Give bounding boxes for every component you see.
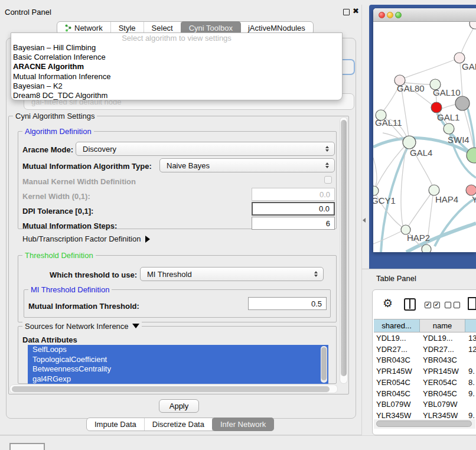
dropdown-hint: Select algorithm to view settings bbox=[11, 33, 342, 43]
node-label: HAP4 bbox=[435, 194, 458, 204]
table-cell: YBL079W bbox=[423, 399, 458, 410]
tab-impute-data[interactable]: Impute Data bbox=[87, 418, 145, 431]
network-node[interactable] bbox=[455, 96, 470, 110]
table-cell: 8. bbox=[468, 377, 475, 388]
mac-minimize-icon[interactable] bbox=[387, 12, 393, 18]
network-node[interactable] bbox=[470, 22, 476, 29]
mac-zoom-icon[interactable] bbox=[395, 12, 402, 18]
attribute-item-topologicalcoefficient[interactable]: TopologicalCoefficient bbox=[28, 355, 328, 365]
column-header-2[interactable] bbox=[465, 319, 476, 332]
settings-horizontal-scrollbar[interactable] bbox=[9, 384, 338, 393]
table-row[interactable]: YDR27...YDR27...12 bbox=[374, 344, 476, 355]
gear-icon[interactable]: ⚙ bbox=[383, 296, 393, 310]
table-cell: 12 bbox=[468, 344, 476, 355]
table-cell: YDL19... bbox=[376, 332, 406, 344]
table-cell: 9. bbox=[468, 388, 475, 399]
dpi-tolerance-field[interactable]: 0.0 bbox=[252, 202, 335, 216]
collapsed-arrow-icon bbox=[145, 236, 150, 243]
table-cell: YPR145W bbox=[376, 366, 412, 377]
table-cell: YBR045C bbox=[376, 388, 410, 399]
network-node-gcy1[interactable] bbox=[373, 186, 379, 195]
algorithm-option-mutual-information-inference[interactable]: Mutual Information Inference bbox=[11, 72, 342, 81]
algorithm-option-dream8-dc-tdc-algorithm[interactable]: Dream8 DC_TDC Algorithm bbox=[11, 91, 342, 100]
table-cell: 13 bbox=[468, 332, 476, 344]
attributes-list-scrollbar[interactable] bbox=[321, 346, 327, 383]
tab-discretize-data[interactable]: Discretize Data bbox=[145, 418, 213, 431]
panel-bottom-divider bbox=[0, 435, 476, 436]
apply-button[interactable]: Apply bbox=[159, 399, 199, 413]
table-row[interactable]: YER054CYER054C8. bbox=[374, 377, 476, 388]
table-row[interactable]: YDL19...YDL19...13 bbox=[374, 332, 476, 344]
screen: Control Panel ✖ NetworkStyleSelectCyni T… bbox=[0, 0, 476, 450]
node-label: GAL10 bbox=[433, 87, 461, 97]
network-node-gal4[interactable] bbox=[403, 136, 416, 149]
aracne-mode-combo[interactable]: Discovery bbox=[76, 142, 335, 156]
network-canvas[interactable]: GALGAL80GAL10GAL1GAL11SWI4GAL4GCY1HAP4YH… bbox=[373, 22, 476, 252]
table-body: YDL19...YDL19...13YDR27...YDR27...12YBR0… bbox=[374, 332, 476, 420]
table-cell: YBL079W bbox=[376, 399, 411, 410]
table-row[interactable]: YBR045CYBR045C9. bbox=[374, 388, 476, 399]
table-cell: YBR043C bbox=[423, 354, 457, 366]
aracne-mode-label: Aracne Mode: bbox=[22, 145, 73, 154]
mi-algorithm-type-combo[interactable]: Naive Bayes bbox=[159, 158, 335, 172]
algorithm-option-bayesian-k2[interactable]: Bayesian – K2 bbox=[11, 81, 342, 91]
manual-kernel-label: Manual Kernel Width Definition bbox=[22, 177, 136, 186]
control-panel-window: Control Panel ✖ NetworkStyleSelectCyni T… bbox=[0, 5, 362, 435]
table-cell: YBR043C bbox=[376, 354, 410, 366]
deselect-checks-icon[interactable] bbox=[445, 302, 460, 308]
mi-steps-field[interactable]: 6 bbox=[252, 217, 335, 230]
algorithm-option-aracne-algorithm[interactable]: ARACNE Algorithm bbox=[11, 62, 342, 71]
table-row[interactable]: YBL079WYBL079W bbox=[374, 399, 476, 410]
table-cell: YBR045C bbox=[423, 388, 457, 399]
select-all-checks-icon[interactable]: ✔✔ bbox=[425, 302, 440, 308]
threshold-definition-legend: Threshold Definition bbox=[22, 251, 96, 260]
network-node-swi4[interactable] bbox=[444, 123, 454, 134]
splitter-collapse-icon[interactable] bbox=[363, 218, 366, 223]
settings-legend: Cyni Algorithm Settings bbox=[13, 112, 97, 120]
settings-vertical-scrollbar[interactable] bbox=[340, 117, 348, 384]
column-header-name[interactable]: name bbox=[420, 319, 465, 332]
table-cell: YER054C bbox=[376, 377, 410, 388]
algorithm-dropdown-popup: Select algorithm to view settings Bayesi… bbox=[11, 32, 343, 100]
node-label: GCY1 bbox=[373, 195, 396, 206]
node-label: Y bbox=[472, 194, 476, 204]
table-row[interactable]: YPR145WYPR145W9. bbox=[374, 366, 476, 377]
attribute-item-gal4rgexp[interactable]: gal4RGexp bbox=[28, 374, 328, 384]
data-attributes-label: Data Attributes bbox=[22, 335, 77, 344]
table-cell: YDL19... bbox=[423, 332, 453, 344]
float-window-icon[interactable] bbox=[343, 9, 350, 15]
minimized-panel-stub[interactable] bbox=[9, 443, 45, 450]
mi-type-label: Mutual Information Algorithm Type: bbox=[22, 162, 152, 171]
which-threshold-combo[interactable]: MI Threshold bbox=[140, 267, 324, 281]
combo-spinner-icon bbox=[325, 146, 329, 152]
table-cell: YER054C bbox=[423, 377, 457, 388]
cyni-mode-tab-bar: Impute DataDiscretize DataInfer Network bbox=[86, 418, 274, 431]
mac-close-icon[interactable] bbox=[379, 12, 385, 18]
data-attributes-list: SelfLoopsTopologicalCoefficientBetweenne… bbox=[28, 345, 328, 384]
table-panel-divider bbox=[362, 269, 476, 269]
network-node-gal1[interactable] bbox=[431, 102, 442, 113]
column-header-shared[interactable]: shared... bbox=[374, 319, 420, 332]
export-table-icon[interactable] bbox=[468, 297, 476, 310]
split-columns-icon[interactable] bbox=[404, 298, 416, 311]
attribute-item-selfloops[interactable]: SelfLoops bbox=[28, 345, 328, 355]
attribute-item-betweennesscentrality[interactable]: BetweennessCentrality bbox=[28, 364, 328, 374]
dpi-tolerance-label: DPI Tolerance [0,1]: bbox=[22, 207, 93, 216]
manual-kernel-checkbox[interactable] bbox=[324, 176, 332, 184]
network-node[interactable] bbox=[422, 244, 431, 252]
algorithm-option-basic-correlation-inference[interactable]: Basic Correlation Inference bbox=[11, 53, 342, 62]
table-cell: 9. bbox=[468, 366, 475, 377]
node-label: GAL80 bbox=[397, 83, 425, 93]
close-icon[interactable]: ✖ bbox=[353, 6, 359, 15]
kernel-width-field[interactable]: 0.0 bbox=[252, 188, 335, 201]
table-row[interactable]: YBR043CYBR043C bbox=[374, 354, 476, 366]
table-horizontal-scrollbar[interactable] bbox=[374, 419, 475, 429]
mi-threshold-field[interactable]: 0.5 bbox=[248, 297, 327, 310]
algorithm-option-bayesian-hill-climbing[interactable]: Bayesian – Hill Climbing bbox=[11, 43, 342, 53]
node-label: GAL4 bbox=[410, 148, 432, 158]
combo-spinner-icon bbox=[325, 162, 329, 168]
sources-legend[interactable]: Sources for Network Inference bbox=[22, 322, 142, 331]
tab-infer-network[interactable]: Infer Network bbox=[212, 418, 274, 431]
hub-definition-toggle[interactable]: Hub/Transcription Factor Definition bbox=[22, 234, 150, 243]
control-panel-title: Control Panel bbox=[5, 8, 51, 17]
